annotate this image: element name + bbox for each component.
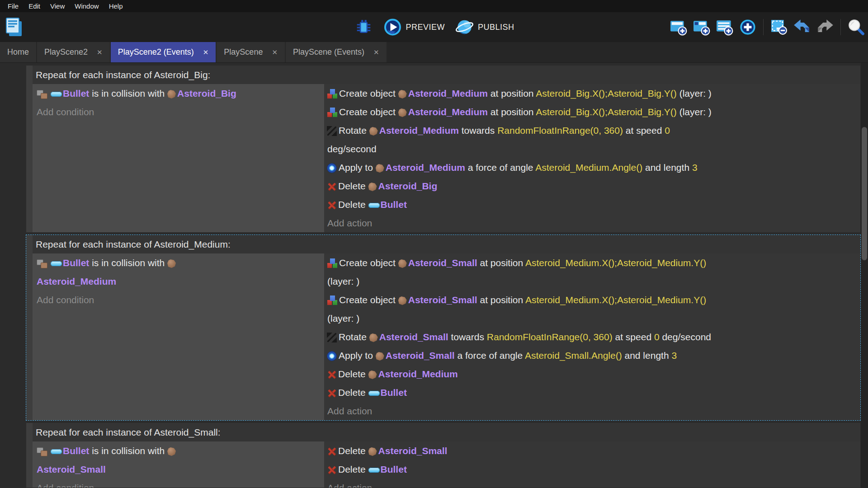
- close-icon[interactable]: ✕: [203, 48, 209, 56]
- event-drag-handle[interactable]: [26, 423, 33, 488]
- debug-icon[interactable]: [354, 17, 373, 37]
- redo-icon[interactable]: [815, 17, 835, 37]
- force-icon: [327, 352, 336, 361]
- expression: 0: [665, 125, 670, 136]
- object-name: Asteroid_Medium: [408, 88, 488, 99]
- expression: Asteroid_Medium.Angle(): [535, 162, 642, 173]
- object-name: Bullet: [381, 464, 407, 474]
- object-name: Bullet: [63, 446, 89, 456]
- tab-playscene2[interactable]: PlayScene2✕: [37, 42, 110, 62]
- tab-playscene-events[interactable]: PlayScene (Events)✕: [286, 42, 387, 62]
- conditions-cell: Bullet is in collision with Asteroid_Sma…: [33, 441, 324, 488]
- condition-row[interactable]: Bullet is in collision with Asteroid_Big: [37, 84, 324, 103]
- add-action-button[interactable]: Add action: [327, 402, 860, 420]
- main-toolbar: PREVIEW PUBLISH: [0, 12, 868, 42]
- asteroid-icon: [368, 183, 377, 191]
- action-row[interactable]: Delete Bullet: [327, 460, 860, 479]
- action-row[interactable]: Delete Asteroid_Big: [327, 177, 860, 195]
- instruction-text: at speed: [613, 332, 654, 342]
- event-drag-handle[interactable]: [26, 235, 33, 420]
- close-icon[interactable]: ✕: [97, 48, 103, 56]
- menu-edit[interactable]: Edit: [24, 0, 45, 12]
- collision-icon: [37, 89, 47, 99]
- search-icon[interactable]: [846, 17, 866, 37]
- instruction-text: Create object: [339, 295, 398, 305]
- conditions-cell: Bullet is in collision with Asteroid_Big…: [33, 84, 324, 232]
- delete-icon: [327, 447, 336, 456]
- add-subevent-icon[interactable]: [692, 17, 712, 37]
- action-row[interactable]: Apply to Asteroid_Medium a force of angl…: [327, 158, 860, 177]
- menu-help[interactable]: Help: [104, 0, 128, 12]
- asteroid-icon: [167, 447, 176, 456]
- action-row[interactable]: Create object Asteroid_Small at position…: [327, 291, 860, 328]
- condition-row[interactable]: Bullet is in collision with Asteroid_Med…: [37, 253, 324, 291]
- action-row[interactable]: Delete Asteroid_Small: [327, 441, 860, 460]
- action-row[interactable]: Delete Bullet: [327, 195, 860, 214]
- instruction-text: at position: [477, 258, 525, 268]
- instruction-text: at position: [488, 88, 536, 99]
- action-row[interactable]: Rotate Asteroid_Medium towards RandomFlo…: [327, 121, 860, 158]
- preview-label: PREVIEW: [406, 23, 445, 32]
- publish-button[interactable]: PUBLISH: [455, 18, 514, 37]
- gdevelop-logo-icon[interactable]: [5, 17, 24, 38]
- action-row[interactable]: Delete Bullet: [327, 383, 860, 402]
- instruction-text: Delete: [338, 369, 368, 379]
- tab-playscene2-events[interactable]: PlayScene2 (Events)✕: [111, 42, 216, 62]
- delete-icon: [327, 182, 336, 192]
- menu-view[interactable]: View: [45, 0, 70, 12]
- bullet-icon: [51, 261, 62, 266]
- close-icon[interactable]: ✕: [373, 48, 379, 56]
- menu-file[interactable]: File: [3, 0, 24, 12]
- action-row[interactable]: Rotate Asteroid_Small towards RandomFloa…: [327, 328, 860, 346]
- add-comment-icon[interactable]: [715, 17, 735, 37]
- object-name: Bullet: [381, 199, 407, 210]
- add-condition-button[interactable]: Add condition: [37, 479, 324, 488]
- instruction-text: is in collision with: [89, 258, 167, 268]
- object-name: Asteroid_Small: [408, 258, 477, 268]
- create-icon: [327, 296, 337, 305]
- tab-playscene[interactable]: PlayScene✕: [217, 42, 285, 62]
- object-name: Bullet: [381, 387, 407, 398]
- menu-window[interactable]: Window: [70, 0, 104, 12]
- expression: RandomFloatInRange(0, 360): [487, 332, 613, 342]
- action-row[interactable]: Create object Asteroid_Small at position…: [327, 253, 860, 291]
- toolbar-separator: [840, 19, 841, 35]
- events-sheet: Repeat for each instance of Asteroid_Big…: [0, 63, 868, 488]
- event-header-asteroid-big[interactable]: Repeat for each instance of Asteroid_Big…: [33, 66, 860, 84]
- instruction-text: deg/second: [660, 332, 711, 342]
- undo-icon[interactable]: [792, 17, 812, 37]
- add-action-button[interactable]: Add action: [327, 214, 860, 232]
- asteroid-icon: [398, 90, 407, 99]
- object-name: Asteroid_Medium: [37, 276, 116, 286]
- add-condition-button[interactable]: Add condition: [37, 103, 324, 121]
- vertical-scrollbar[interactable]: [861, 63, 868, 488]
- conditions-cell: Bullet is in collision with Asteroid_Med…: [33, 253, 324, 420]
- scrollbar-thumb[interactable]: [862, 127, 867, 260]
- instruction-text: and length: [642, 162, 692, 173]
- delete-selection-icon[interactable]: [769, 17, 789, 37]
- add-condition-button[interactable]: Add condition: [37, 291, 324, 309]
- instruction-text: (layer: ): [327, 313, 359, 324]
- event-header-asteroid-medium[interactable]: Repeat for each instance of Asteroid_Med…: [33, 235, 860, 253]
- add-action-button[interactable]: Add action: [327, 479, 860, 488]
- actions-cell: Delete Asteroid_SmallDelete BulletAdd ac…: [324, 441, 860, 488]
- asteroid-icon: [376, 164, 384, 173]
- condition-row[interactable]: Bullet is in collision with Asteroid_Sma…: [37, 441, 324, 479]
- actions-cell: Create object Asteroid_Medium at positio…: [324, 84, 860, 232]
- publish-globe-icon: [455, 18, 474, 37]
- action-row[interactable]: Create object Asteroid_Medium at positio…: [327, 84, 860, 103]
- action-row[interactable]: Delete Asteroid_Medium: [327, 365, 860, 383]
- preview-button[interactable]: PREVIEW: [383, 18, 445, 36]
- tab-home[interactable]: Home: [0, 42, 36, 62]
- add-circle-icon[interactable]: [738, 17, 758, 37]
- event-drag-handle[interactable]: [26, 66, 33, 232]
- add-event-icon[interactable]: [669, 17, 689, 37]
- close-icon[interactable]: ✕: [272, 48, 278, 56]
- instruction-text: Apply to: [339, 350, 376, 361]
- action-row[interactable]: Create object Asteroid_Medium at positio…: [327, 103, 860, 121]
- event-block-asteroid-big: Repeat for each instance of Asteroid_Big…: [26, 65, 861, 233]
- event-header-asteroid-small[interactable]: Repeat for each instance of Asteroid_Sma…: [33, 423, 860, 441]
- expression: 3: [671, 350, 677, 361]
- instruction-text: (layer: ): [677, 88, 712, 99]
- action-row[interactable]: Apply to Asteroid_Small a force of angle…: [327, 346, 860, 365]
